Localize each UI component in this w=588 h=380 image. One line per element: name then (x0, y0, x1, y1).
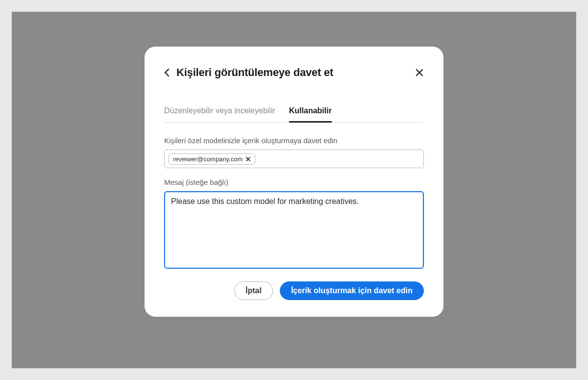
tab-can-use[interactable]: Kullanabilir (289, 102, 332, 122)
remove-email-button[interactable] (245, 156, 252, 162)
invite-dialog: Kişileri görüntülemeye davet et Düzenley… (145, 47, 443, 317)
dialog-header: Kişileri görüntülemeye davet et (164, 66, 424, 79)
dialog-title: Kişileri görüntülemeye davet et (176, 66, 333, 79)
close-icon (415, 68, 424, 77)
email-input[interactable]: reveiwer@company.com (164, 150, 424, 168)
invite-label: Kişileri özel modelinizle içerik oluştur… (164, 136, 424, 145)
message-label: Mesaj (isteğe bağlı) (164, 178, 424, 186)
invite-submit-button[interactable]: İçerik oluşturmak için davet edin (280, 281, 424, 300)
chevron-left-icon (164, 68, 170, 77)
message-textarea[interactable] (164, 191, 424, 269)
email-chip-text: reveiwer@company.com (173, 155, 243, 163)
permission-tabs: Düzenleyebilir veya inceleyebilir Kullan… (164, 102, 424, 123)
dialog-actions: İptal İçerik oluşturmak için davet edin (164, 281, 424, 300)
email-chip: reveiwer@company.com (169, 153, 255, 165)
close-icon (245, 156, 251, 162)
header-left: Kişileri görüntülemeye davet et (164, 66, 333, 79)
back-button[interactable] (164, 68, 170, 77)
tab-edit-review[interactable]: Düzenleyebilir veya inceleyebilir (164, 102, 275, 122)
close-button[interactable] (415, 68, 424, 77)
cancel-button[interactable]: İptal (234, 281, 273, 300)
